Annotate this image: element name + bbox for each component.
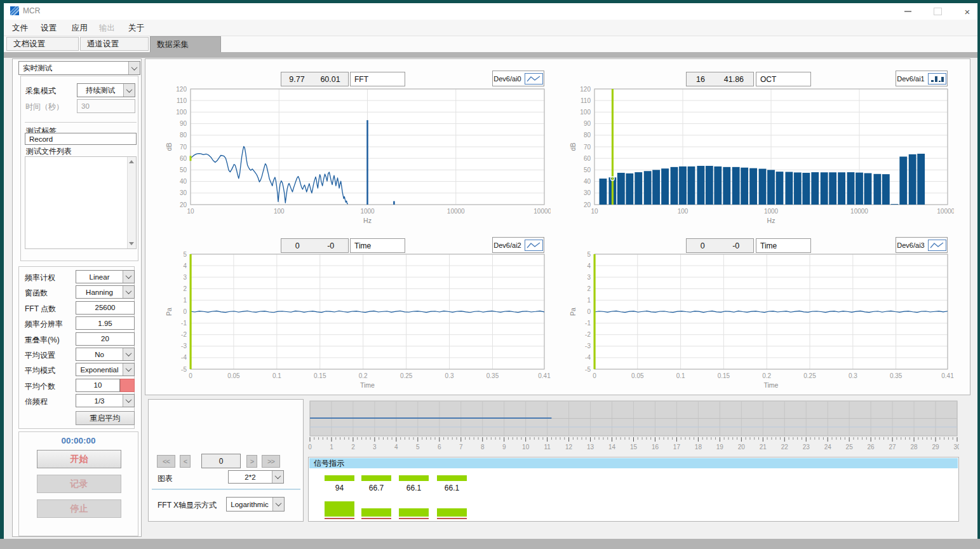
level-meter-top-2 [361, 473, 391, 481]
oct-channel-box[interactable]: Dev6/ai1 [896, 71, 948, 86]
fft-type-box[interactable]: FFT [350, 72, 405, 86]
svg-text:Hz: Hz [363, 217, 372, 224]
param-row: 平均设置No [13, 348, 142, 362]
oct-type-box[interactable]: OCT [756, 72, 811, 86]
param-freq-weighting-select[interactable]: Linear [76, 270, 135, 283]
chevron-down-icon[interactable] [123, 395, 134, 407]
time2-plot[interactable]: -5-4-3-2-101234500.050.10.150.20.250.30.… [566, 250, 954, 393]
close-button[interactable]: × [958, 4, 977, 18]
start-label: 开始 [70, 454, 88, 465]
last-page-button[interactable]: >> [262, 455, 280, 468]
restart-average-button[interactable]: 重启平均 [76, 411, 135, 425]
param-avg-setting-select[interactable]: No [76, 348, 135, 361]
param-window-function-select[interactable]: Hanning [76, 285, 135, 299]
test-tag-value: Record [29, 135, 53, 143]
param-freq-weighting-label: 频率计权 [25, 273, 55, 283]
maximize-icon [934, 8, 942, 15]
param-fft-points-input[interactable]: 25600 [76, 301, 135, 315]
fft-plot[interactable]: 2030405060708090100110120101001000100001… [162, 85, 551, 229]
menu-file[interactable]: 文件 [12, 23, 28, 34]
menu-apply[interactable]: 应用 [72, 23, 88, 34]
first-page-button[interactable]: << [157, 455, 175, 468]
test-tag-input[interactable]: Record [25, 133, 137, 145]
scroll-down-icon [129, 242, 134, 245]
realtime-test-select[interactable]: 实时测试 [18, 61, 140, 75]
tab-document-settings[interactable]: 文档设置 [6, 37, 79, 51]
fft-axis-mode-select[interactable]: Logarithmic [226, 497, 285, 512]
chevron-down-icon[interactable] [128, 62, 140, 74]
svg-text:60: 60 [180, 155, 187, 162]
svg-text:80: 80 [180, 132, 187, 139]
svg-text:5: 5 [416, 444, 420, 451]
cursor-x-value: 9.77 [289, 75, 304, 84]
chevron-down-icon[interactable] [123, 271, 134, 283]
cursor-y-value: -0 [327, 241, 334, 250]
test-file-listbox[interactable] [25, 156, 137, 249]
svg-text:29: 29 [932, 444, 939, 451]
time1-plot[interactable]: -5-4-3-2-101234500.050.10.150.20.250.30.… [162, 250, 551, 393]
param-octave-select[interactable]: 1/3 [76, 394, 135, 407]
menu-settings[interactable]: 设置 [41, 23, 57, 34]
param-overlap-input[interactable]: 20 [76, 332, 135, 346]
menu-bar: 文件 设置 应用 输出 关于 [4, 20, 977, 36]
svg-text:2: 2 [183, 285, 187, 292]
svg-text:110: 110 [581, 97, 591, 104]
chevron-down-icon[interactable] [272, 498, 284, 511]
svg-text:-3: -3 [181, 342, 187, 349]
oct-plot[interactable]: 2030405060708090100110120101001000100001… [566, 85, 954, 229]
time-seconds-value: 30 [81, 102, 90, 110]
svg-text:28: 28 [911, 444, 918, 451]
chevron-down-icon[interactable] [123, 84, 135, 97]
param-row: 平均模式Exponential [13, 363, 142, 377]
param-overlap-label: 重叠率(%) [25, 335, 60, 346]
svg-text:Pa: Pa [165, 308, 173, 316]
param-avg-mode-label: 平均模式 [25, 365, 55, 376]
chevron-down-icon[interactable] [272, 471, 283, 483]
chart-type-label: Time [354, 241, 371, 250]
param-avg-mode-select[interactable]: Exponential [76, 363, 135, 376]
svg-text:0.35: 0.35 [487, 372, 499, 379]
chevron-down-icon[interactable] [123, 348, 134, 360]
svg-text:10: 10 [187, 208, 194, 215]
svg-text:-3: -3 [585, 342, 591, 349]
acq-mode-select[interactable]: 持续测试 [77, 83, 135, 97]
param-avg-count-input[interactable]: 10 [76, 379, 120, 392]
listbox-scrollbar[interactable] [127, 157, 136, 248]
svg-text:20: 20 [584, 201, 591, 208]
page-number-value: 0 [219, 457, 224, 466]
svg-text:-4: -4 [585, 354, 591, 361]
level-bar [325, 501, 354, 517]
tab-data-acquisition[interactable]: 数据采集 [150, 36, 221, 52]
record-timeline[interactable]: 0123456789101112131415161718192021222324… [308, 399, 959, 455]
svg-text:-5: -5 [181, 366, 187, 373]
menu-about[interactable]: 关于 [128, 23, 144, 34]
prev-page-button[interactable]: < [180, 455, 191, 468]
next-page-label: > [250, 458, 253, 465]
svg-text:120: 120 [580, 86, 591, 93]
line-chart-icon [525, 240, 543, 251]
svg-text:3: 3 [587, 274, 591, 281]
svg-text:100000: 100000 [937, 208, 954, 215]
svg-text:0.3: 0.3 [849, 372, 857, 379]
maximize-button[interactable] [928, 4, 947, 18]
tab-channel-settings[interactable]: 通道设置 [80, 37, 149, 51]
svg-text:2: 2 [351, 444, 355, 451]
scroll-up-icon [129, 160, 134, 163]
next-page-button[interactable]: > [246, 455, 257, 468]
chevron-down-icon[interactable] [123, 363, 134, 376]
prev-page-label: < [184, 458, 187, 465]
svg-text:0: 0 [183, 308, 187, 315]
minimize-icon [904, 11, 911, 12]
svg-text:90: 90 [180, 120, 187, 127]
start-button[interactable]: 开始 [37, 450, 121, 468]
level-meter-bottom-2 [361, 501, 391, 518]
param-freq-resolution-input[interactable]: 1.95 [76, 316, 135, 330]
chevron-down-icon[interactable] [123, 286, 134, 298]
fft-channel-box[interactable]: Dev6/ai0 [492, 71, 544, 86]
oct-cursor-readout: 1641.86 [686, 72, 754, 86]
svg-text:-2: -2 [585, 331, 591, 338]
cursor-x-value: 16 [696, 75, 705, 84]
page-number-box[interactable]: 0 [201, 454, 241, 468]
minimize-button[interactable] [898, 4, 917, 18]
chart-layout-select[interactable]: 2*2 [228, 470, 284, 484]
